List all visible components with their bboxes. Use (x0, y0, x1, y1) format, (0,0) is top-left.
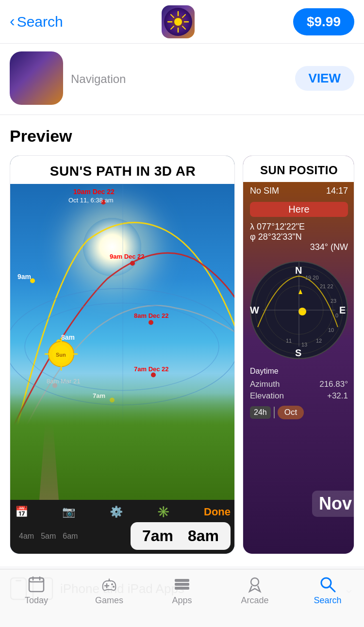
search-icon (318, 575, 337, 594)
svg-text:10am Dec 22: 10am Dec 22 (73, 188, 115, 196)
compass-svg: N S E W 19 20 (248, 259, 350, 361)
nov-label: Nov (312, 491, 354, 517)
time-row: 4am 5am 6am 7am 8am (15, 522, 231, 550)
svg-point-14 (130, 261, 135, 266)
screenshot2-content: No SIM 14:17 Here λ 077°12'22"E φ 28°32'… (243, 182, 354, 554)
app-info-text: Navigation (71, 70, 287, 86)
apps-icon (173, 575, 191, 594)
svg-text:19 20: 19 20 (305, 275, 319, 280)
svg-point-16 (151, 373, 156, 378)
tab-search[interactable]: Search (291, 575, 364, 606)
svg-text:8am Dec 22: 8am Dec 22 (134, 312, 169, 319)
screenshot2-container: SUN POSITIO No SIM 14:17 Here λ 077°12'2… (243, 156, 354, 554)
svg-rect-78 (175, 587, 189, 590)
coordinates: λ 077°12'22"E φ 28°32'33"N 334° (NW (243, 219, 354, 255)
svg-text:12: 12 (316, 338, 322, 344)
arcade-icon (246, 575, 264, 594)
screenshot1-image: 10am Dec 22 Oct 11, 6:38 am 9am Dec 22 8… (10, 184, 235, 500)
azimuth-value: 216.83° (319, 380, 348, 389)
screenshot1-bottom-controls: 📅 📷 ⚙️ ✳️ Done 4am 5am 6am 7am (10, 500, 235, 554)
lambda-coord: λ 077°12'22"E (250, 222, 348, 232)
done-button[interactable]: Done (204, 506, 231, 518)
svg-text:23: 23 (331, 298, 336, 304)
svg-text:E: E (339, 305, 346, 315)
svg-point-1 (174, 18, 182, 26)
tab-arcade[interactable]: Arcade (218, 575, 291, 606)
tab-search-label: Search (314, 595, 341, 606)
tab-apps[interactable]: Apps (146, 575, 218, 606)
bearing: 334° (NW (250, 242, 348, 252)
screenshot1-container: SUN'S PATH IN 3D AR (10, 156, 235, 554)
screenshot1-title: SUN'S PATH IN 3D AR (10, 156, 235, 184)
svg-point-51 (298, 308, 306, 315)
games-icon (100, 575, 118, 594)
tab-arcade-label: Arcade (241, 595, 268, 606)
24h-toggle[interactable]: 24h (250, 406, 271, 419)
divider (274, 407, 275, 418)
svg-line-81 (330, 586, 335, 592)
svg-point-15 (149, 320, 153, 325)
price-button[interactable]: $9.99 (293, 8, 354, 35)
today-icon (27, 575, 46, 594)
preview-title: Preview (10, 127, 354, 146)
back-chevron-icon: ‹ (10, 12, 15, 30)
screenshot-2: SUN POSITIO No SIM 14:17 Here λ 077°12'2… (243, 155, 354, 554)
svg-text:7am Dec 22: 7am Dec 22 (134, 365, 169, 373)
time-8am: 8am (188, 527, 219, 545)
svg-text:11: 11 (286, 338, 292, 344)
svg-rect-77 (175, 583, 189, 586)
svg-text:13: 13 (301, 342, 307, 347)
back-button[interactable]: ‹ Search (10, 13, 63, 30)
oct-pill[interactable]: Oct (278, 406, 304, 419)
calendar-icon: 📅 (15, 506, 28, 518)
tab-games[interactable]: Games (73, 575, 146, 606)
svg-rect-68 (29, 578, 44, 592)
back-label: Search (17, 14, 63, 30)
tab-today[interactable]: Today (0, 575, 73, 606)
svg-point-79 (251, 578, 259, 586)
screenshot1-toolbar: 📅 📷 ⚙️ ✳️ Done (15, 504, 231, 520)
svg-text:10: 10 (328, 327, 334, 333)
svg-point-75 (113, 586, 115, 588)
azimuth-row: Azimuth 216.83° Elevation +32.1 (243, 378, 354, 403)
tab-bar: Today Games Apps Arcade (0, 569, 364, 627)
svg-text:8am: 8am (61, 333, 75, 341)
app-icon-small (10, 51, 63, 105)
preview-section: Preview SUN'S PATH IN 3D AR (0, 115, 364, 562)
time-6am: 6am (63, 532, 78, 541)
svg-text:21 22: 21 22 (320, 283, 333, 289)
phi-coord: φ 28°32'33"N (250, 232, 348, 242)
svg-text:W: W (250, 305, 259, 315)
svg-text:Sun: Sun (56, 352, 66, 358)
svg-text:N: N (295, 265, 302, 276)
elevation-label: Elevation (250, 391, 284, 401)
screenshot-1: SUN'S PATH IN 3D AR (10, 155, 235, 554)
screenshots-scroll: SUN'S PATH IN 3D AR (10, 155, 354, 554)
app-category: Navigation (71, 72, 287, 86)
app-icon-header (162, 5, 195, 38)
app-info-row: Navigation VIEW (0, 44, 364, 115)
daytime-label: Daytime (243, 365, 354, 378)
camera-icon: 📷 (62, 506, 75, 518)
tab-games-label: Games (95, 595, 123, 606)
tab-apps-label: Apps (172, 595, 192, 606)
time-7am: 7am (142, 527, 173, 545)
svg-text:Oct 11, 6:38 am: Oct 11, 6:38 am (68, 197, 114, 204)
screenshot2-top-bar: No SIM 14:17 (243, 182, 354, 200)
tab-today-label: Today (25, 595, 48, 606)
here-button[interactable]: Here (250, 202, 348, 217)
app-header: ‹ Search $9.99 (0, 0, 364, 44)
elevation-value: +32.1 (327, 391, 348, 401)
svg-text:9am: 9am (17, 273, 31, 280)
time-big-selector[interactable]: 7am 8am (131, 522, 231, 550)
svg-text:0: 0 (335, 313, 338, 318)
svg-text:S: S (295, 347, 301, 358)
view-button[interactable]: VIEW (295, 66, 354, 91)
time-4am: 4am (19, 532, 34, 541)
month-selector: 24h Oct (243, 403, 354, 422)
time-5am: 5am (41, 532, 56, 541)
compass-app-icon (164, 8, 192, 36)
no-sim-label: No SIM (250, 186, 279, 196)
azimuth-label: Azimuth (250, 380, 280, 389)
svg-rect-69 (29, 578, 44, 582)
